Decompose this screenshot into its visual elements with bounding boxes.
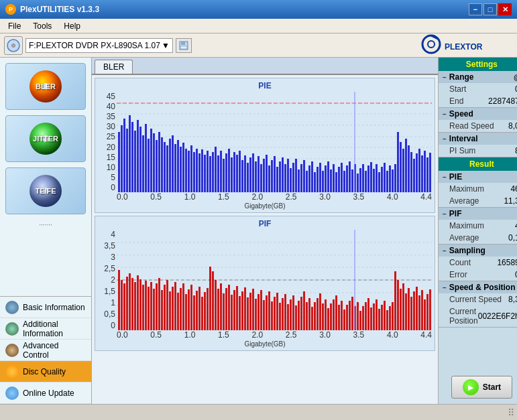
speed-read-row: Read Speed 8,0	[439, 120, 517, 132]
current-speed-row: Current Speed 8,3	[439, 293, 517, 305]
svg-rect-35	[148, 139, 150, 192]
svg-rect-153	[126, 277, 128, 330]
svg-rect-85	[282, 157, 284, 192]
svg-rect-184	[209, 267, 211, 330]
pif-chart-title: PIF	[98, 219, 432, 228]
bler-button[interactable]: BLER	[5, 63, 86, 110]
svg-rect-61	[217, 155, 219, 192]
range-collapse-icon: −	[443, 74, 447, 81]
tab-bler[interactable]: BLER	[95, 60, 133, 74]
scroll-indicator: ·······	[38, 220, 53, 230]
sidebar-item-basic[interactable]: Basic Information	[0, 297, 91, 318]
svg-rect-213	[287, 304, 289, 330]
basic-icon	[5, 301, 19, 314]
pie-avg-value: 11,3	[504, 196, 517, 206]
svg-rect-87	[287, 159, 289, 192]
drive-save-button[interactable]	[176, 38, 192, 53]
svg-rect-115	[362, 164, 364, 192]
svg-rect-200	[252, 289, 254, 330]
svg-rect-181	[201, 297, 203, 330]
sampling-error-row: Error 0	[439, 269, 517, 281]
menu-help[interactable]: Help	[58, 20, 86, 32]
svg-rect-70	[241, 160, 243, 192]
menu-file[interactable]: File	[3, 20, 26, 32]
current-pos-label: Current Position	[449, 307, 478, 326]
settings-range-header[interactable]: − Range @	[439, 71, 517, 83]
svg-rect-164	[156, 283, 158, 330]
sampling-count-label: Count	[449, 258, 471, 267]
pif-chart-svg	[117, 230, 432, 330]
result-pie-header[interactable]: − PIE	[439, 171, 517, 183]
svg-rect-48	[182, 143, 184, 192]
svg-rect-95	[308, 165, 310, 192]
svg-rect-46	[177, 140, 179, 192]
svg-rect-217	[298, 301, 300, 330]
pif-y-axis: 43,532,521,510,50	[98, 230, 117, 330]
svg-rect-78	[263, 159, 265, 192]
svg-rect-187	[217, 289, 219, 330]
sidebar-item-advanced[interactable]: Advanced Control	[0, 340, 91, 361]
result-speedpos-header[interactable]: − Speed & Position	[439, 281, 517, 293]
svg-rect-102	[327, 161, 329, 192]
svg-rect-108	[343, 171, 345, 192]
current-pos-row: Current Position 0022E6F2h	[439, 305, 517, 327]
svg-rect-81	[271, 160, 273, 192]
svg-rect-249	[384, 301, 386, 330]
svg-rect-127	[394, 164, 396, 192]
svg-rect-132	[408, 145, 410, 192]
svg-rect-192	[231, 295, 233, 330]
menu-tools[interactable]: Tools	[27, 20, 57, 32]
svg-rect-205	[266, 295, 268, 330]
pif-result-title: PIF	[449, 209, 462, 218]
settings-interval-header[interactable]: − Interval	[439, 133, 517, 145]
speed-title: Speed	[449, 109, 473, 119]
settings-speed-header[interactable]: − Speed	[439, 108, 517, 120]
svg-rect-77	[260, 164, 262, 192]
svg-rect-257	[405, 293, 407, 330]
svg-rect-254	[397, 280, 399, 330]
pie-max-label: Maximum	[449, 184, 484, 194]
sampling-error-label: Error	[449, 270, 467, 279]
start-button[interactable]: ▶ Start	[451, 376, 512, 399]
jitter-button[interactable]: JITTER	[5, 115, 86, 162]
sidebar-item-disc[interactable]: Disc Quality	[0, 361, 91, 382]
minimize-button[interactable]: −	[469, 3, 482, 15]
result-pif-header[interactable]: − PIF	[439, 208, 517, 220]
result-pif-section: − PIF Maximum 4 Average 0,1	[439, 208, 517, 244]
tefe-button[interactable]: TE/FE	[5, 167, 86, 214]
svg-rect-138	[424, 151, 426, 192]
app-icon: P	[5, 4, 16, 15]
svg-rect-45	[174, 144, 176, 192]
svg-rect-134	[413, 159, 415, 192]
svg-rect-26	[123, 119, 125, 192]
svg-rect-53	[196, 149, 198, 192]
pie-chart-title: PIE	[98, 81, 432, 90]
current-pos-value: 0022E6F2h	[478, 311, 517, 321]
sidebar-nav: Basic Information Additional Information…	[0, 296, 91, 404]
maximize-button[interactable]: □	[483, 3, 497, 15]
svg-rect-111	[351, 169, 353, 192]
svg-rect-208	[274, 297, 276, 330]
result-sampling-header[interactable]: − Sampling	[439, 244, 517, 257]
svg-rect-68	[236, 155, 238, 192]
drive-dropdown[interactable]: F:PLEXTOR DVDR PX-L890SA 1.07 ▼	[25, 38, 173, 53]
svg-rect-172	[177, 293, 179, 330]
svg-rect-59	[212, 152, 214, 192]
svg-rect-28	[129, 115, 131, 192]
sidebar-item-update[interactable]: Online Update	[0, 382, 91, 404]
svg-rect-128	[397, 132, 399, 192]
svg-point-6	[428, 41, 435, 48]
svg-rect-160	[145, 281, 147, 330]
svg-rect-76	[257, 156, 260, 192]
svg-rect-219	[303, 291, 305, 330]
svg-rect-84	[279, 161, 281, 192]
svg-rect-231	[335, 295, 337, 330]
close-button[interactable]: ✕	[498, 3, 512, 15]
pif-x-label: Gigabyte(GB)	[98, 340, 432, 348]
svg-rect-116	[365, 171, 367, 192]
svg-rect-157	[137, 275, 139, 330]
svg-rect-260	[413, 291, 415, 330]
sidebar-item-additional[interactable]: Additional Information	[0, 318, 91, 340]
svg-rect-251	[389, 306, 391, 330]
svg-rect-29	[131, 122, 133, 192]
